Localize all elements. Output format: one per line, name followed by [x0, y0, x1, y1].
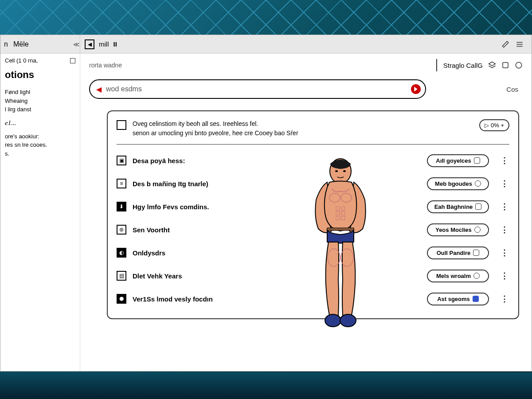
- list-item: ⬢Ver1Ss lmod vesly focdınAst sgeoms⋮: [117, 287, 509, 310]
- card-header-text: Oveg celinstiom ity beoh all ses. Ireehl…: [133, 119, 473, 138]
- prefix-char: n: [4, 40, 8, 48]
- search-pill[interactable]: ◀: [89, 79, 426, 99]
- more-icon[interactable]: ⋮: [501, 225, 509, 235]
- row-action-button[interactable]: Aıll goyelces: [427, 154, 489, 167]
- sidebar-subline: Cell (1 0 rna,: [5, 57, 75, 64]
- menu-icon[interactable]: [516, 40, 524, 48]
- titlebar-center: ◀ mill II: [80, 39, 501, 49]
- sidebar-italic: e1...: [5, 119, 75, 127]
- square-icon[interactable]: [501, 61, 509, 69]
- row-label: Desa poyā hess:: [133, 157, 421, 164]
- app-title: Mële: [13, 40, 29, 48]
- btn-trailing-icon: [475, 203, 481, 210]
- card-header-icon: [117, 120, 126, 130]
- search-action-icon[interactable]: [411, 84, 421, 94]
- nav-badge: II: [113, 40, 117, 48]
- sidebar-subline-text: Cell (1 0 rna,: [5, 57, 38, 64]
- tool-label[interactable]: Straglo CallG: [443, 62, 483, 69]
- more-icon[interactable]: ⋮: [501, 179, 509, 188]
- list-item: ⬇Hgy lmfo Fevs comdins.Eah Bàghnine⋮: [117, 195, 509, 218]
- btn-trailing-icon: [474, 157, 480, 164]
- app-window: n Mële ≪ ◀ mill II Cell (1 0 rna, otions…: [0, 35, 532, 372]
- row-action-button[interactable]: Ast sgeoms: [427, 293, 489, 305]
- lines-icon: ▤: [117, 271, 126, 281]
- row-label: Dlet Vehk Years: [133, 272, 421, 280]
- sidebar-para2: ore's aookiur: res sn lre cooes. s.: [5, 132, 75, 158]
- circle-icon[interactable]: [515, 61, 523, 69]
- row-label: Ver1Ss lmod vesly focdın: [133, 295, 421, 303]
- row-label: Des b mañing Itg tnarle): [133, 180, 421, 188]
- row-action-button[interactable]: Meb bgoudes: [427, 177, 489, 190]
- right-tools: Straglo CallG: [436, 59, 523, 71]
- list-item: ▣Desa poyā hess:Aıll goyelces⋮: [117, 149, 509, 172]
- row-label: Onldysdrs: [133, 249, 421, 257]
- svg-point-21: [340, 314, 356, 327]
- edit-icon[interactable]: [501, 40, 509, 48]
- list-item: ▤Dlet Vehk YearsMels wroalm⋮: [117, 264, 509, 287]
- sidebar-para1: Fønd lighl Wheaing l lirg danst: [5, 88, 75, 114]
- card-header-badge[interactable]: ▷ 0% +: [479, 119, 509, 131]
- layers-icon[interactable]: [488, 61, 496, 69]
- side-link[interactable]: Cos: [506, 86, 518, 93]
- titlebar: n Mële ≪ ◀ mill II: [0, 35, 532, 54]
- btn-trailing-icon: [473, 250, 479, 256]
- results-card: Oveg celinstiom ity beoh all ses. Ireehl…: [107, 110, 519, 319]
- search-icon: ◀: [96, 85, 102, 94]
- camera-icon: ▣: [117, 156, 126, 165]
- more-icon[interactable]: ⋮: [501, 271, 509, 281]
- searchbar: ◀ Cos: [89, 79, 523, 99]
- card-header: Oveg celinstiom ity beoh all ses. Ireehl…: [117, 119, 509, 145]
- row-label: Hgy lmfo Fevs comdins.: [133, 203, 421, 211]
- btn-trailing-icon: [473, 273, 480, 279]
- badge-bolt-icon: ▷: [485, 122, 489, 129]
- row-action-button[interactable]: Eah Bàghnine: [427, 200, 489, 213]
- svg-marker-3: [489, 62, 496, 66]
- svg-rect-4: [503, 63, 508, 68]
- row-action-button[interactable]: Mels wroalm: [427, 270, 489, 282]
- sidebar-heading: otions: [5, 69, 75, 81]
- results-list: ▣Desa poyā hess:Aıll goyelces⋮≡Des b mañ…: [117, 149, 509, 310]
- sidebar-square-icon[interactable]: [70, 58, 75, 63]
- svg-point-20: [325, 314, 341, 327]
- row-action-button[interactable]: Yeos Moclies: [427, 223, 489, 236]
- badge-text: 0% +: [491, 122, 504, 129]
- more-icon[interactable]: ⋮: [501, 248, 509, 258]
- titlebar-left: n Mële ≪: [0, 35, 80, 53]
- nav-label: mill: [99, 40, 109, 48]
- btn-trailing-icon: [473, 296, 479, 302]
- sidebar: Cell (1 0 rna, otions Fønd lighl Wheaing…: [0, 54, 80, 371]
- row-action-button[interactable]: Oull Pandire: [427, 246, 489, 259]
- moon-icon: ◐: [117, 248, 126, 258]
- btn-trailing-icon: [475, 180, 481, 187]
- svg-point-5: [516, 62, 522, 68]
- main-content: rorta wadne Straglo CallG ◀ Cos: [80, 54, 532, 371]
- more-icon[interactable]: ⋮: [501, 156, 509, 165]
- globe-icon: ⊛: [117, 225, 126, 235]
- row-label: Sen Voortht: [133, 226, 421, 234]
- more-icon[interactable]: ⋮: [501, 294, 509, 304]
- list-item: ⊛Sen VoorthtYeos Moclies⋮: [117, 218, 509, 241]
- back-button[interactable]: ◀: [85, 39, 94, 49]
- btn-trailing-icon: [474, 227, 481, 233]
- shield-icon: ⬢: [117, 294, 126, 304]
- download-icon: ⬇: [117, 202, 126, 211]
- list-icon: ≡: [117, 179, 126, 188]
- list-item: ≡Des b mañing Itg tnarle)Meb bgoudes⋮: [117, 172, 509, 195]
- more-icon[interactable]: ⋮: [501, 202, 509, 211]
- topline: rorta wadne Straglo CallG: [89, 57, 523, 73]
- breadcrumb: rorta wadne: [89, 62, 122, 69]
- collapse-icon[interactable]: ≪: [73, 41, 80, 48]
- list-item: ◐OnldysdrsOull Pandire⋮: [117, 241, 509, 264]
- titlebar-right: [501, 40, 528, 48]
- search-input[interactable]: [106, 85, 419, 93]
